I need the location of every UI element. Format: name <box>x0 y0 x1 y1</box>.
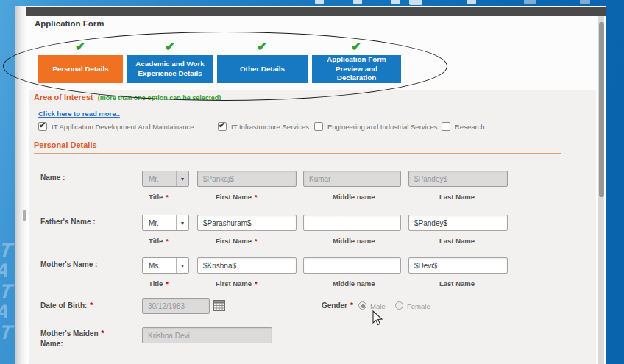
desktop: { "window": { "title": "Application Form… <box>0 0 624 364</box>
father-name-row-label: Father's Name : <box>40 218 96 226</box>
name-last-input: $Pandey$ <box>408 171 508 187</box>
toolbar-stub-icon <box>353 0 362 4</box>
tab-personal-details[interactable]: Personal Details <box>38 55 123 83</box>
tab-complete-check-icon: ✔ <box>72 39 88 54</box>
application-window: Application Form ✔ ✔ ✔ ✔ Personal Detail… <box>15 6 606 364</box>
father-middle-input[interactable] <box>303 215 401 231</box>
title-sub-label: Title* <box>149 193 169 201</box>
middle-name-sub-label: Middle name <box>333 237 375 245</box>
gender-label: Gender* <box>322 301 353 310</box>
checkbox-label: Research <box>455 123 485 131</box>
title-sub-label: Title* <box>149 237 169 245</box>
dob-label: Date of Birth:* <box>40 301 93 310</box>
checkbox-checked-icon[interactable]: ✔ <box>218 122 227 131</box>
father-first-input[interactable]: $Parashuram$ <box>197 215 297 231</box>
select-value: Ms. <box>149 262 160 270</box>
maiden-name-label: Mother's Maiden* <box>40 329 104 338</box>
father-last-input[interactable]: $Pandey$ <box>408 215 508 231</box>
tab-complete-check-icon: ✔ <box>348 39 364 54</box>
mother-middle-input[interactable] <box>303 257 401 274</box>
first-name-sub-label: First Name* <box>216 279 258 288</box>
name-first-input: $Pankaj$ <box>197 171 297 187</box>
area-of-interest-title: Area of Interest <box>34 93 93 101</box>
father-title-select[interactable]: Mr. ▼ <box>142 215 189 231</box>
mother-first-input[interactable]: $Krishna$ <box>197 257 297 274</box>
toolbar-stub-icon <box>580 0 590 4</box>
last-name-sub-label: Last Name <box>439 279 475 288</box>
scrollbar-thumb[interactable] <box>599 22 604 197</box>
tab-preview-declaration[interactable]: Application Form Preview and Declaration <box>312 55 401 83</box>
select-value: Mr. <box>149 175 159 183</box>
mouse-cursor <box>372 310 383 326</box>
mother-title-select[interactable]: Ms. ▼ <box>142 257 189 274</box>
checkbox-unchecked-icon[interactable] <box>314 122 323 131</box>
name-title-select: Mr. ▼ <box>142 171 189 187</box>
radio-female-label: Female <box>407 302 430 310</box>
calendar-icon[interactable] <box>213 299 225 311</box>
vertical-scrollbar[interactable] <box>598 16 604 364</box>
tab-academic-work-details[interactable]: Academic and Work Experience Details <box>127 55 213 83</box>
toolbar-stub-icon <box>524 0 536 4</box>
mother-last-input[interactable]: $Devi$ <box>408 257 508 274</box>
checkbox-it-infrastructure[interactable]: ✔ IT Infrastructure Services <box>218 122 309 131</box>
toolbar-stub-icon <box>467 0 476 4</box>
last-name-sub-label: Last Name <box>439 193 475 201</box>
first-name-sub-label: First Name* <box>216 237 258 245</box>
dob-input: 30/12/1983 <box>142 298 210 314</box>
checkbox-research[interactable]: Research <box>442 122 485 131</box>
checkbox-unchecked-icon[interactable] <box>442 122 450 131</box>
name-row-label: Name : <box>40 174 65 182</box>
radio-male-label: Male <box>370 302 386 310</box>
toolbar-stub-icon <box>409 0 422 5</box>
radio-male[interactable] <box>358 301 366 310</box>
middle-name-sub-label: Middle name <box>333 279 375 288</box>
select-value: Mr. <box>149 219 159 227</box>
form-content-panel: Area of Interest(more than one option ca… <box>29 90 596 364</box>
title-sub-label: Title* <box>149 279 169 288</box>
radio-female[interactable] <box>395 301 403 310</box>
tata-watermark: TATAT <box>0 240 15 364</box>
mother-name-row-label: Mother's Name : <box>40 260 97 268</box>
window-toolbar <box>26 7 606 16</box>
first-name-sub-label: First Name* <box>216 193 258 201</box>
checkbox-checked-icon[interactable]: ✔ <box>38 122 47 131</box>
tab-complete-check-icon: ✔ <box>162 39 178 54</box>
name-middle-input: Kumar <box>303 171 401 187</box>
checkbox-label: IT Application Development And Maintaina… <box>52 123 194 131</box>
tab-other-details[interactable]: Other Details <box>217 55 308 83</box>
left-edge-mark <box>23 210 26 221</box>
page-title: Application Form <box>35 19 104 28</box>
divider <box>34 153 561 154</box>
middle-name-sub-label: Middle name <box>333 193 375 201</box>
read-more-link[interactable]: Click here to read more.. <box>38 110 120 118</box>
area-of-interest-heading: Area of Interest(more than one option ca… <box>34 93 221 101</box>
maiden-name-label-line2: Name: <box>40 340 63 348</box>
last-name-sub-label: Last Name <box>439 237 475 245</box>
checkbox-label: IT Infrastructure Services <box>231 123 309 131</box>
tab-complete-check-icon: ✔ <box>254 39 270 54</box>
toolbar-stub-icon <box>315 0 324 4</box>
chevron-down-icon: ▼ <box>176 258 188 273</box>
toolbar-stub-icon <box>391 0 400 4</box>
checkbox-label: Engineering and Industrial Services <box>327 123 437 131</box>
divider <box>34 104 561 104</box>
maiden-name-input: Krishna Devi <box>142 327 272 343</box>
area-of-interest-hint: (more than one option can be selected) <box>98 94 221 101</box>
checkbox-it-app-dev[interactable]: ✔ IT Application Development And Maintai… <box>38 122 194 131</box>
chevron-down-icon: ▼ <box>176 171 188 186</box>
personal-details-heading: Personal Details <box>34 140 97 149</box>
window-left-edge <box>15 6 26 364</box>
checkbox-engineering-industrial[interactable]: Engineering and Industrial Services <box>314 122 437 131</box>
chevron-down-icon: ▼ <box>176 215 188 230</box>
